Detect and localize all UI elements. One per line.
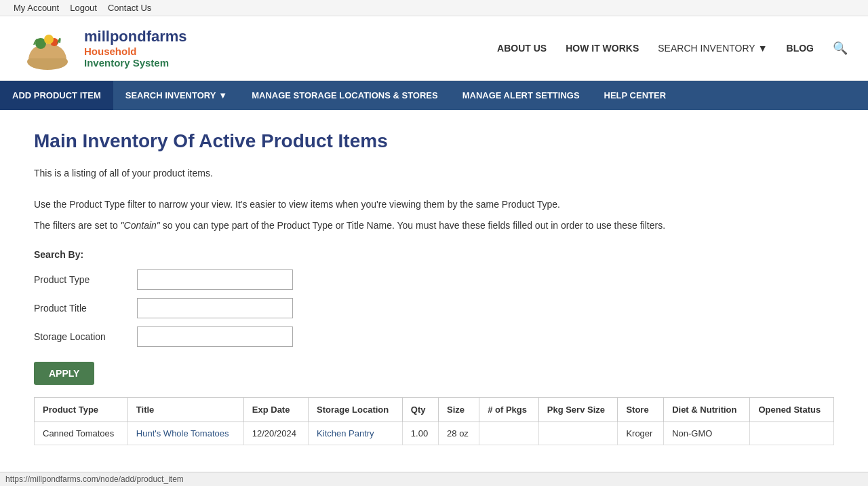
cell-num-pkgs xyxy=(479,422,539,445)
cell-opened-status xyxy=(750,422,834,445)
nav-manage-storage[interactable]: MANAGE STORAGE LOCATIONS & STORES xyxy=(239,81,450,110)
svg-point-3 xyxy=(44,35,54,44)
nav-search-inventory[interactable]: SEARCH INVENTORY ▼ xyxy=(658,43,767,54)
logo-area: millpondfarms Household Inventory System xyxy=(20,24,187,72)
description-2: Use the Product Type filter to narrow yo… xyxy=(34,197,834,212)
product-title-label: Product Title xyxy=(34,303,129,314)
search-section: Search By: Product Type Product Title St… xyxy=(34,249,834,385)
cell-diet-nutrition: Non-GMO xyxy=(664,422,750,445)
description-1: This is a listing of all of your product… xyxy=(34,166,834,181)
col-qty: Qty xyxy=(402,398,438,422)
apply-button[interactable]: APPLY xyxy=(34,362,94,385)
cell-store: Kroger xyxy=(618,422,664,445)
chevron-down-icon: ▼ xyxy=(758,43,768,54)
product-title-input[interactable] xyxy=(137,298,293,318)
col-storage-location: Storage Location xyxy=(309,398,403,422)
storage-location-row: Storage Location xyxy=(34,326,834,347)
table-row: Canned Tomatoes Hunt's Whole Tomatoes 12… xyxy=(35,422,834,445)
product-title-row: Product Title xyxy=(34,298,834,318)
search-by-label: Search By: xyxy=(34,249,834,260)
cell-storage-location[interactable]: Kitchen Pantry xyxy=(309,422,403,445)
storage-location-input[interactable] xyxy=(137,326,293,347)
logo-icon xyxy=(20,24,75,72)
nav-about-us[interactable]: ABOUT US xyxy=(497,43,547,54)
col-pkg-serv-size: Pkg Serv Size xyxy=(538,398,618,422)
nav-add-product[interactable]: ADD PRODUCT ITEM xyxy=(0,81,113,110)
nav-how-it-works[interactable]: HOW IT WORKS xyxy=(566,43,639,54)
main-content: Main Inventory Of Active Product Items T… xyxy=(0,110,868,466)
chevron-down-icon: ▼ xyxy=(218,90,227,100)
nav-bar: ADD PRODUCT ITEM SEARCH INVENTORY ▼ MANA… xyxy=(0,81,868,110)
col-size: Size xyxy=(439,398,479,422)
page-title: Main Inventory Of Active Product Items xyxy=(34,130,834,152)
description-3: The filters are set to "Contain" so you … xyxy=(34,218,834,233)
logout-link[interactable]: Logout xyxy=(70,3,97,13)
inventory-table: Product Type Title Exp Date Storage Loca… xyxy=(34,397,834,445)
search-icon-button[interactable]: 🔍 xyxy=(833,41,848,56)
site-name: millpondfarms xyxy=(84,28,187,45)
col-opened-status: Opened Status xyxy=(750,398,834,422)
title-link[interactable]: Hunt's Whole Tomatoes xyxy=(136,428,229,438)
tagline2: Inventory System xyxy=(84,57,187,69)
product-type-input[interactable] xyxy=(137,269,293,290)
cell-title[interactable]: Hunt's Whole Tomatoes xyxy=(127,422,243,445)
col-diet-nutrition: Diet & Nutrition xyxy=(664,398,750,422)
header: millpondfarms Household Inventory System… xyxy=(0,16,868,81)
col-product-type: Product Type xyxy=(35,398,128,422)
nav-manage-alerts[interactable]: MANAGE ALERT SETTINGS xyxy=(450,81,592,110)
contact-us-link[interactable]: Contact Us xyxy=(108,3,151,13)
storage-location-label: Storage Location xyxy=(34,331,129,342)
nav-search-inventory[interactable]: SEARCH INVENTORY ▼ xyxy=(113,81,240,110)
cell-exp-date: 12/20/2024 xyxy=(243,422,308,445)
my-account-link[interactable]: My Account xyxy=(14,3,59,13)
col-title: Title xyxy=(127,398,243,422)
storage-location-link[interactable]: Kitchen Pantry xyxy=(317,428,374,438)
product-type-row: Product Type xyxy=(34,269,834,290)
tagline1: Household xyxy=(84,45,187,57)
col-exp-date: Exp Date xyxy=(243,398,308,422)
cell-qty: 1.00 xyxy=(402,422,438,445)
nav-help-center[interactable]: HELP CENTER xyxy=(592,81,679,110)
product-type-label: Product Type xyxy=(34,274,129,285)
cell-size: 28 oz xyxy=(439,422,479,445)
col-store: Store xyxy=(618,398,664,422)
top-bar: My Account Logout Contact Us xyxy=(0,0,868,16)
table-header-row: Product Type Title Exp Date Storage Loca… xyxy=(35,398,834,422)
cell-pkg-serv-size xyxy=(538,422,618,445)
cell-product-type: Canned Tomatoes xyxy=(35,422,128,445)
col-num-pkgs: # of Pkgs xyxy=(479,398,539,422)
nav-blog[interactable]: BLOG xyxy=(787,43,814,54)
main-nav: ABOUT US HOW IT WORKS SEARCH INVENTORY ▼… xyxy=(497,41,848,56)
logo-text: millpondfarms Household Inventory System xyxy=(84,28,187,69)
